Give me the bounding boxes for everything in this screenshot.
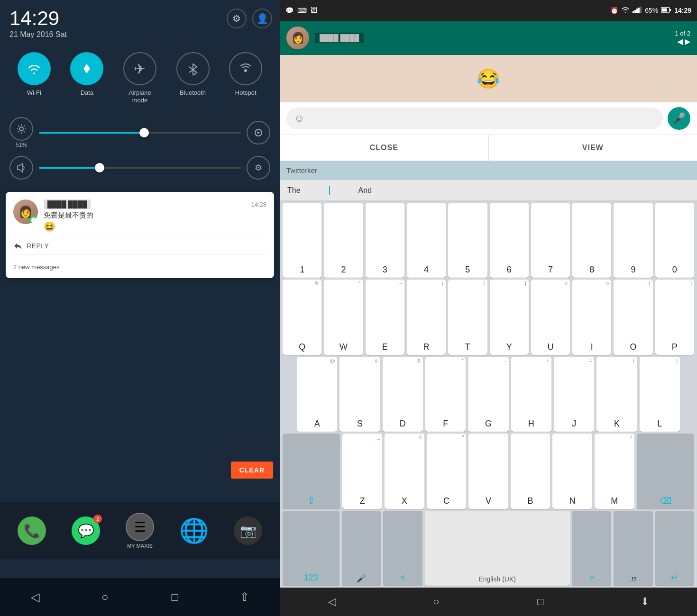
back-button[interactable]: ◁ [23, 585, 47, 609]
volume-slider[interactable] [39, 167, 241, 169]
svg-rect-13 [636, 9, 638, 13]
qwerty-row: %Q ^W ~E |R [T ]Y <U >I {O }P [283, 280, 694, 354]
key-z[interactable]: _Z [342, 434, 382, 508]
status-left-icons: 💬 ⌨ 🖼 [285, 7, 317, 14]
close-button[interactable]: CLOSE [280, 135, 489, 161]
key-r[interactable]: |R [407, 280, 446, 354]
key-6[interactable]: 6 [490, 203, 529, 278]
toggle-bluetooth[interactable]: Bluetooth [176, 52, 210, 104]
key-l[interactable]: )L [640, 357, 680, 432]
wa-name-blurred: ████ ████ [315, 33, 364, 43]
view-button[interactable]: VIEW [489, 135, 697, 161]
home-button[interactable]: ○ [93, 585, 117, 609]
settings-icon[interactable]: ⚙ [247, 156, 270, 180]
data-label: Data [81, 89, 93, 97]
punctuation-key[interactable]: .!? [614, 511, 652, 586]
date-display: 21 May 2016 Sat [9, 30, 270, 39]
svg-rect-12 [634, 10, 636, 13]
key-q[interactable]: %Q [283, 280, 321, 354]
notif-reply[interactable]: REPLY [13, 242, 266, 250]
key-c[interactable]: "C [427, 434, 467, 508]
key-j[interactable]: =J [554, 357, 594, 432]
toggle-data[interactable]: Data [70, 52, 103, 104]
left-arrow-key[interactable]: < [383, 511, 422, 586]
reply-input-field[interactable]: ☺ [286, 108, 663, 129]
key-k[interactable]: (K [596, 357, 637, 432]
phone-icon: 📞 [18, 516, 46, 545]
enter-key[interactable]: ↵ [655, 511, 694, 586]
key-7[interactable]: 7 [531, 203, 570, 278]
browser-app[interactable]: 🌐 [180, 516, 208, 545]
key-p[interactable]: }P [655, 280, 694, 354]
key-9[interactable]: 9 [614, 203, 652, 278]
brightness-slider[interactable] [39, 132, 241, 134]
key-4[interactable]: 4 [407, 203, 446, 278]
key-u[interactable]: <U [531, 280, 570, 354]
suggestion-the[interactable]: The [287, 186, 301, 195]
key-5[interactable]: 5 [448, 203, 487, 278]
wa-counter-text: 1 of 2 [675, 30, 690, 37]
key-v[interactable]: 'V [468, 434, 508, 508]
key-f[interactable]: *F [425, 357, 466, 432]
emoji-icon[interactable]: ☺ [294, 112, 304, 125]
key-8[interactable]: 8 [572, 203, 611, 278]
mic-key[interactable]: 🎤 [342, 511, 381, 586]
key-s[interactable]: #S [339, 357, 380, 432]
phone-app[interactable]: 📞 [18, 516, 46, 545]
share-button[interactable]: ⇧ [233, 585, 257, 609]
key-n[interactable]: ;N [552, 434, 592, 508]
quick-toggles: Wi-Fi Data ✈ Airplanemode B [0, 43, 280, 113]
next-arrow[interactable]: ▶ [685, 37, 690, 46]
notif-avatar: 👩 [13, 199, 38, 224]
shift-key[interactable]: ⇧ [283, 434, 340, 508]
home-button-right[interactable]: ○ [426, 591, 447, 612]
key-b[interactable]: :B [511, 434, 550, 508]
back-button-right[interactable]: ◁ [321, 591, 342, 612]
toggle-hotspot[interactable]: Hotspot [229, 52, 262, 104]
key-3[interactable]: 3 [366, 203, 404, 278]
key-0[interactable]: 0 [655, 203, 694, 278]
whatsapp-app[interactable]: 💬 2 [72, 516, 100, 545]
key-x[interactable]: £X [385, 434, 424, 508]
space-key[interactable]: English (UK) [425, 511, 570, 586]
contacts-app[interactable]: ☰ MY MAXIS [126, 513, 154, 549]
mic-button[interactable]: 🎤 [668, 107, 690, 130]
key-y[interactable]: ]Y [490, 280, 529, 354]
notif-time: 14:28 [251, 201, 266, 208]
prev-arrow[interactable]: ◀ [677, 37, 683, 46]
brightness-icon[interactable] [9, 117, 33, 141]
status-bar-right: 💬 ⌨ 🖼 ⏰ 65% [280, 0, 697, 21]
key-w[interactable]: ^W [324, 280, 363, 354]
key-2[interactable]: 2 [324, 203, 363, 278]
recent-button-right[interactable]: □ [530, 591, 551, 612]
recent-button[interactable]: □ [163, 585, 187, 609]
numbers-switch-key[interactable]: 123 [283, 511, 339, 586]
gear-icon[interactable]: ⚙ [227, 9, 247, 28]
suggestion-and[interactable]: And [358, 186, 372, 195]
key-t[interactable]: [T [448, 280, 487, 354]
volume-icon[interactable] [9, 156, 33, 180]
auto-brightness-icon[interactable] [247, 121, 270, 145]
key-d[interactable]: &D [383, 357, 423, 432]
key-i[interactable]: >I [572, 280, 611, 354]
key-a[interactable]: @A [297, 357, 337, 432]
user-icon[interactable]: 👤 [252, 9, 272, 28]
key-e[interactable]: ~E [366, 280, 404, 354]
backspace-key[interactable]: ⌫ [637, 434, 694, 508]
key-g[interactable]: -G [468, 357, 508, 432]
toggle-airplane[interactable]: ✈ Airplanemode [123, 52, 156, 104]
camera-app[interactable]: 📷 [234, 516, 262, 545]
key-h[interactable]: +H [511, 357, 551, 432]
toggle-wifi[interactable]: Wi-Fi [18, 52, 51, 104]
clear-button[interactable]: CLEAR [231, 462, 273, 479]
notif-header: 👩 ████ ████ 14:28 免费是最不贵的 😆 [13, 199, 266, 232]
wifi-icon [18, 52, 51, 85]
key-m[interactable]: /M [595, 434, 634, 508]
svg-rect-15 [640, 7, 642, 13]
airplane-icon: ✈ [123, 52, 156, 85]
right-arrow-key[interactable]: > [572, 511, 611, 586]
notif-emoji: 😆 [44, 221, 266, 232]
key-o[interactable]: {O [614, 280, 652, 354]
key-1[interactable]: 1 [283, 203, 321, 278]
download-button-right[interactable]: ⬇ [634, 591, 655, 612]
